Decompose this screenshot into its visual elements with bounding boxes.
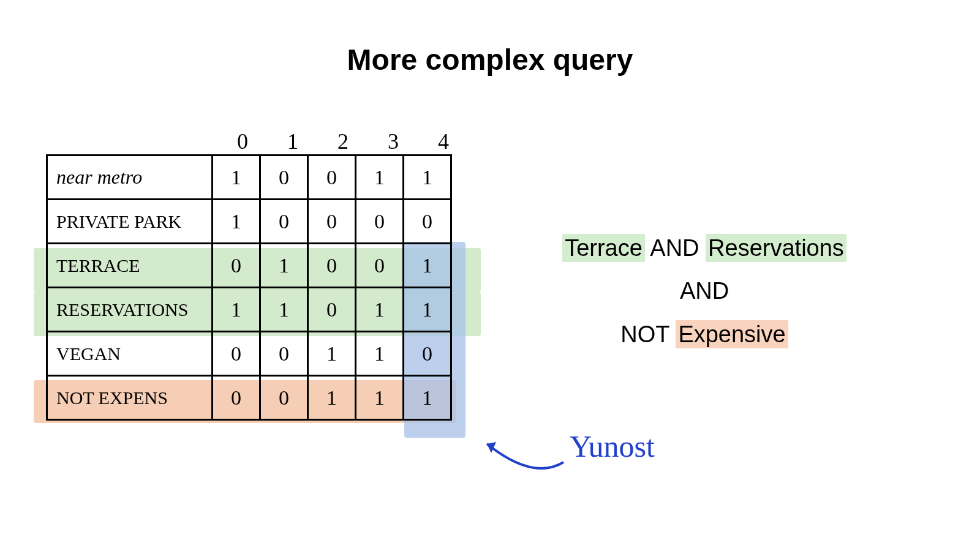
- cell: 1: [356, 156, 404, 200]
- row-label: VEGAN: [47, 332, 213, 376]
- cell: 0: [260, 376, 308, 420]
- cell: 1: [404, 244, 451, 288]
- page-title: More complex query: [0, 43, 980, 77]
- cell: 0: [260, 200, 308, 244]
- cell: 1: [404, 376, 451, 420]
- cell: 0: [308, 200, 356, 244]
- col-header: 2: [318, 129, 368, 154]
- query-line-3: NOT Expensive: [533, 313, 876, 356]
- col-header: 0: [217, 129, 268, 154]
- cell: 1: [260, 244, 308, 288]
- annotation-label: Yunost: [570, 429, 655, 464]
- table-row: VEGAN 0 0 1 1 0: [47, 332, 451, 376]
- row-label: near metro: [47, 156, 213, 200]
- cell: 0: [308, 288, 356, 332]
- query-term-reservations: Reservations: [706, 234, 846, 262]
- row-label: NOT EXPENS: [47, 376, 213, 420]
- table-row: PRIVATE PARK 1 0 0 0 0: [47, 200, 451, 244]
- query-and: AND: [645, 235, 706, 261]
- cell: 0: [356, 200, 404, 244]
- cell: 0: [308, 156, 356, 200]
- cell: 0: [213, 332, 260, 376]
- query-term-terrace: Terrace: [562, 234, 645, 262]
- table-row: near metro 1 0 0 1 1: [47, 156, 451, 200]
- cell: 0: [260, 156, 308, 200]
- cell: 1: [356, 376, 404, 420]
- bitmap-table: 0 1 2 3 4 near metro 1 0 0 1 1 PRIVATE P…: [46, 129, 475, 421]
- query-line-2: AND: [533, 269, 876, 312]
- cell: 1: [213, 156, 260, 200]
- row-label: PRIVATE PARK: [47, 200, 213, 244]
- table-row: RESERVATIONS 1 1 0 1 1: [47, 288, 451, 332]
- cell: 1: [308, 332, 356, 376]
- cell: 0: [308, 244, 356, 288]
- cell: 1: [404, 288, 451, 332]
- query-not: NOT: [620, 321, 676, 347]
- cell: 0: [213, 244, 260, 288]
- table-row: TERRACE 0 1 0 0 1: [47, 244, 451, 288]
- cell: 1: [213, 200, 260, 244]
- col-header: 4: [418, 129, 469, 154]
- cell: 1: [356, 288, 404, 332]
- table-row: NOT EXPENS 0 0 1 1 1: [47, 376, 451, 420]
- cell: 0: [213, 376, 260, 420]
- query-line-1: Terrace AND Reservations: [533, 227, 876, 269]
- col-header: 3: [368, 129, 418, 154]
- cell: 1: [213, 288, 260, 332]
- arrow-icon: [478, 429, 576, 484]
- row-label: TERRACE: [47, 244, 213, 288]
- col-header: 1: [268, 129, 318, 154]
- query-expression: Terrace AND Reservations AND NOT Expensi…: [533, 227, 876, 356]
- result-annotation: Yunost: [478, 429, 723, 490]
- cell: 0: [356, 244, 404, 288]
- cell: 0: [404, 332, 451, 376]
- cell: 1: [308, 376, 356, 420]
- cell: 0: [404, 200, 451, 244]
- query-term-expensive: Expensive: [676, 320, 788, 348]
- row-label: RESERVATIONS: [47, 288, 213, 332]
- cell: 1: [404, 156, 451, 200]
- column-headers: 0 1 2 3 4: [217, 129, 475, 154]
- cell: 0: [260, 332, 308, 376]
- cell: 1: [260, 288, 308, 332]
- cell: 1: [356, 332, 404, 376]
